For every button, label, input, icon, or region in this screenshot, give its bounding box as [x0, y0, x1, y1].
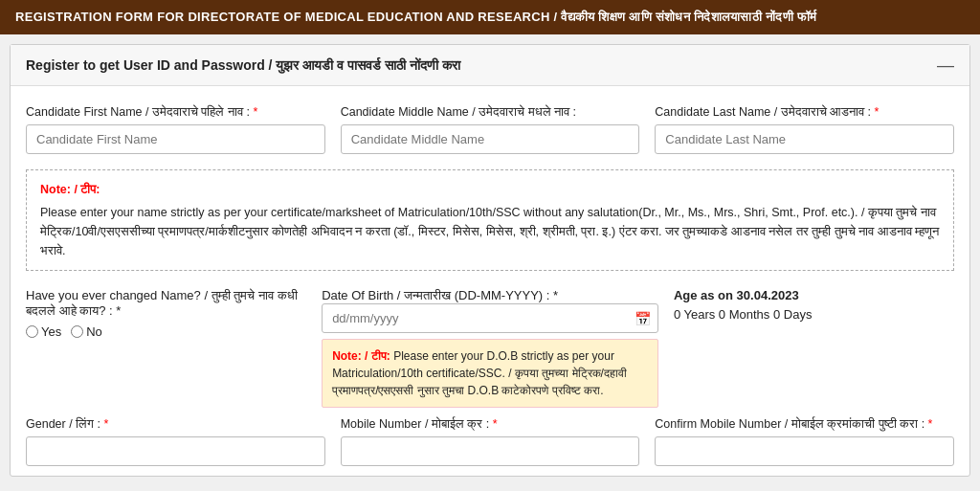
gender-group: Gender / लिंग : *: [26, 417, 325, 466]
first-name-group: Candidate First Name / उमेदवाराचे पहिले …: [26, 105, 325, 154]
changed-name-group: Have you ever changed Name? / तुम्ही तुम…: [26, 288, 306, 408]
bottom-section: Have you ever changed Name? / तुम्ही तुम…: [26, 288, 954, 408]
last-name-required: *: [875, 105, 880, 119]
section-title: Register to get User ID and Password / य…: [26, 57, 460, 74]
form-body: Candidate First Name / उमेदवाराचे पहिले …: [11, 86, 969, 476]
last-name-input[interactable]: [655, 124, 954, 154]
header-title: REGISTRATION FORM FOR DIRECTORATE OF MED…: [15, 10, 816, 24]
middle-name-group: Candidate Middle Name / उमेदवाराचे मधले …: [341, 105, 640, 154]
dob-group: Date Of Birth / जन्मतारीख (DD-MM-YYYY) :…: [322, 288, 658, 408]
main-container: Register to get User ID and Password / य…: [10, 44, 970, 477]
radio-no-label[interactable]: No: [71, 324, 102, 339]
last-name-group: Candidate Last Name / उमेदवाराचे आडनाव :…: [655, 105, 954, 154]
dob-note-box: Note: / टीप: Please enter your D.O.B str…: [322, 339, 658, 408]
note-text: Please enter your name strictly as per y…: [40, 203, 940, 260]
confirm-mobile-input[interactable]: [655, 436, 954, 466]
gender-label: Gender / लिंग : *: [26, 417, 325, 432]
dob-note-title: Note: / टीप:: [332, 349, 390, 363]
note-title: Note: / टीप:: [40, 180, 940, 199]
radio-yes-label[interactable]: Yes: [26, 324, 61, 339]
first-name-input[interactable]: [26, 124, 325, 154]
dob-input-wrap: 📅: [322, 303, 658, 333]
last-name-label: Candidate Last Name / उमेदवाराचे आडनाव :…: [655, 105, 954, 120]
page-header: REGISTRATION FORM FOR DIRECTORATE OF MED…: [0, 0, 980, 34]
age-label: Age as on 30.04.2023: [674, 288, 954, 302]
confirm-mobile-label: Confirm Mobile Number / मोबाईल क्रमांकाच…: [655, 417, 954, 432]
radio-no[interactable]: [71, 325, 83, 338]
age-group: Age as on 30.04.2023 0 Years 0 Months 0 …: [674, 288, 954, 408]
middle-name-label: Candidate Middle Name / उमेदवाराचे मधले …: [341, 105, 640, 120]
confirm-mobile-group: Confirm Mobile Number / मोबाईल क्रमांकाच…: [655, 417, 954, 466]
first-name-label: Candidate First Name / उमेदवाराचे पहिले …: [26, 105, 325, 120]
bottom-last-row: Gender / लिंग : * Mobile Number / मोबाईल…: [26, 417, 954, 466]
collapse-button[interactable]: —: [937, 56, 954, 74]
changed-name-radio-group: Yes No: [26, 324, 306, 339]
middle-name-input[interactable]: [341, 124, 640, 154]
radio-yes[interactable]: [26, 325, 38, 338]
first-name-required: *: [253, 105, 257, 119]
mobile-group: Mobile Number / मोबाईल क्र : *: [341, 417, 640, 466]
age-value: 0 Years 0 Months 0 Days: [674, 307, 954, 322]
mobile-label: Mobile Number / मोबाईल क्र : *: [341, 417, 640, 432]
gender-input[interactable]: [26, 436, 325, 466]
section-header: Register to get User ID and Password / य…: [11, 45, 969, 86]
mobile-input[interactable]: [341, 436, 640, 466]
name-note-box: Note: / टीप: Please enter your name stri…: [26, 169, 954, 271]
dob-input[interactable]: [322, 303, 658, 333]
changed-name-label: Have you ever changed Name? / तुम्ही तुम…: [26, 288, 298, 318]
dob-label: Date Of Birth / जन्मतारीख (DD-MM-YYYY) :…: [322, 288, 558, 302]
name-row: Candidate First Name / उमेदवाराचे पहिले …: [26, 105, 954, 154]
